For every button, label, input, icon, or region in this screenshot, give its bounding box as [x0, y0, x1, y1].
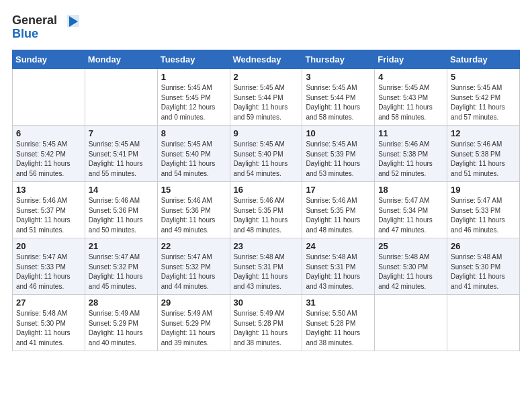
cell-info: Sunrise: 5:46 AMSunset: 5:35 PMDaylight:… — [234, 196, 299, 235]
cell-info: Sunrise: 5:45 AMSunset: 5:42 PMDaylight:… — [451, 83, 516, 122]
calendar-cell — [447, 295, 520, 351]
calendar-table: Sunday Monday Tuesday Wednesday Thursday… — [12, 50, 520, 351]
header-sunday: Sunday — [13, 50, 85, 69]
calendar-cell: 26Sunrise: 5:48 AMSunset: 5:30 PMDayligh… — [447, 238, 520, 295]
logo-text: General Blue — [12, 9, 86, 44]
cell-info: Sunrise: 5:48 AMSunset: 5:31 PMDaylight:… — [306, 253, 371, 291]
cell-info: Sunrise: 5:45 AMSunset: 5:45 PMDaylight:… — [161, 83, 226, 122]
page: General Blue Sunday Monday Tuesday Wedne… — [0, 0, 532, 411]
day-number: 6 — [16, 128, 81, 138]
calendar-cell: 12Sunrise: 5:46 AMSunset: 5:38 PMDayligh… — [447, 126, 520, 182]
cell-info: Sunrise: 5:45 AMSunset: 5:42 PMDaylight:… — [16, 140, 81, 179]
cell-info: Sunrise: 5:45 AMSunset: 5:44 PMDaylight:… — [306, 83, 371, 122]
header: General Blue — [12, 7, 520, 44]
cell-info: Sunrise: 5:47 AMSunset: 5:33 PMDaylight:… — [451, 196, 516, 235]
calendar-week-row: 6Sunrise: 5:45 AMSunset: 5:42 PMDaylight… — [13, 126, 520, 182]
day-number: 8 — [161, 128, 226, 138]
cell-info: Sunrise: 5:45 AMSunset: 5:41 PMDaylight:… — [89, 140, 154, 179]
day-number: 17 — [306, 185, 371, 195]
calendar-week-row: 1Sunrise: 5:45 AMSunset: 5:45 PMDaylight… — [13, 69, 520, 126]
cell-info: Sunrise: 5:45 AMSunset: 5:40 PMDaylight:… — [234, 140, 299, 179]
day-number: 5 — [451, 72, 516, 82]
calendar-cell: 27Sunrise: 5:48 AMSunset: 5:30 PMDayligh… — [13, 295, 85, 351]
day-number: 22 — [161, 241, 226, 251]
cell-info: Sunrise: 5:49 AMSunset: 5:28 PMDaylight:… — [234, 309, 299, 348]
cell-info: Sunrise: 5:46 AMSunset: 5:38 PMDaylight:… — [451, 140, 516, 179]
day-number: 12 — [451, 128, 516, 138]
calendar-cell: 5Sunrise: 5:45 AMSunset: 5:42 PMDaylight… — [447, 69, 520, 126]
day-number: 28 — [89, 298, 154, 308]
calendar-cell: 3Sunrise: 5:45 AMSunset: 5:44 PMDaylight… — [302, 69, 375, 126]
calendar-cell: 28Sunrise: 5:49 AMSunset: 5:29 PMDayligh… — [85, 295, 157, 351]
calendar-cell: 6Sunrise: 5:45 AMSunset: 5:42 PMDaylight… — [13, 126, 85, 182]
header-monday: Monday — [85, 50, 157, 69]
day-number: 2 — [234, 72, 299, 82]
day-number: 3 — [306, 72, 371, 82]
calendar-cell: 15Sunrise: 5:46 AMSunset: 5:36 PMDayligh… — [157, 182, 230, 238]
calendar-cell: 2Sunrise: 5:45 AMSunset: 5:44 PMDaylight… — [230, 69, 302, 126]
calendar-cell — [13, 69, 85, 126]
cell-info: Sunrise: 5:46 AMSunset: 5:37 PMDaylight:… — [16, 196, 81, 235]
cell-info: Sunrise: 5:49 AMSunset: 5:29 PMDaylight:… — [89, 309, 154, 348]
day-number: 23 — [234, 241, 299, 251]
header-saturday: Saturday — [447, 50, 520, 69]
day-number: 10 — [306, 128, 371, 138]
calendar-cell: 1Sunrise: 5:45 AMSunset: 5:45 PMDaylight… — [157, 69, 230, 126]
calendar-cell: 8Sunrise: 5:45 AMSunset: 5:40 PMDaylight… — [157, 126, 230, 182]
cell-info: Sunrise: 5:48 AMSunset: 5:30 PMDaylight:… — [451, 253, 516, 291]
cell-info: Sunrise: 5:48 AMSunset: 5:31 PMDaylight:… — [234, 253, 299, 291]
cell-info: Sunrise: 5:47 AMSunset: 5:33 PMDaylight:… — [16, 253, 81, 291]
svg-text:Blue: Blue — [12, 27, 38, 40]
day-number: 24 — [306, 241, 371, 251]
calendar-cell: 9Sunrise: 5:45 AMSunset: 5:40 PMDaylight… — [230, 126, 302, 182]
calendar-cell: 10Sunrise: 5:45 AMSunset: 5:39 PMDayligh… — [302, 126, 375, 182]
day-number: 16 — [234, 185, 299, 195]
day-number: 20 — [16, 241, 81, 251]
cell-info: Sunrise: 5:48 AMSunset: 5:30 PMDaylight:… — [16, 309, 81, 348]
day-number: 31 — [306, 298, 371, 308]
cell-info: Sunrise: 5:47 AMSunset: 5:32 PMDaylight:… — [89, 253, 154, 291]
calendar-cell: 29Sunrise: 5:49 AMSunset: 5:29 PMDayligh… — [157, 295, 230, 351]
day-number: 25 — [378, 241, 443, 251]
cell-info: Sunrise: 5:48 AMSunset: 5:30 PMDaylight:… — [378, 253, 443, 291]
header-wednesday: Wednesday — [230, 50, 302, 69]
day-number: 13 — [16, 185, 81, 195]
calendar-cell: 14Sunrise: 5:46 AMSunset: 5:36 PMDayligh… — [85, 182, 157, 238]
cell-info: Sunrise: 5:47 AMSunset: 5:34 PMDaylight:… — [378, 196, 443, 235]
cell-info: Sunrise: 5:46 AMSunset: 5:36 PMDaylight:… — [89, 196, 154, 235]
day-number: 19 — [451, 185, 516, 195]
calendar-cell: 21Sunrise: 5:47 AMSunset: 5:32 PMDayligh… — [85, 238, 157, 295]
cell-info: Sunrise: 5:45 AMSunset: 5:40 PMDaylight:… — [161, 140, 226, 179]
calendar-cell: 19Sunrise: 5:47 AMSunset: 5:33 PMDayligh… — [447, 182, 520, 238]
calendar-cell: 24Sunrise: 5:48 AMSunset: 5:31 PMDayligh… — [302, 238, 375, 295]
day-number: 30 — [234, 298, 299, 308]
calendar-cell: 20Sunrise: 5:47 AMSunset: 5:33 PMDayligh… — [13, 238, 85, 295]
calendar-cell: 23Sunrise: 5:48 AMSunset: 5:31 PMDayligh… — [230, 238, 302, 295]
day-number: 11 — [378, 128, 443, 138]
cell-info: Sunrise: 5:46 AMSunset: 5:35 PMDaylight:… — [306, 196, 371, 235]
header-thursday: Thursday — [302, 50, 375, 69]
day-number: 26 — [451, 241, 516, 251]
day-number: 7 — [89, 128, 154, 138]
calendar-cell: 7Sunrise: 5:45 AMSunset: 5:41 PMDaylight… — [85, 126, 157, 182]
day-number: 21 — [89, 241, 154, 251]
calendar-cell: 16Sunrise: 5:46 AMSunset: 5:35 PMDayligh… — [230, 182, 302, 238]
calendar-cell: 30Sunrise: 5:49 AMSunset: 5:28 PMDayligh… — [230, 295, 302, 351]
header-friday: Friday — [375, 50, 447, 69]
calendar-week-row: 27Sunrise: 5:48 AMSunset: 5:30 PMDayligh… — [13, 295, 520, 351]
cell-info: Sunrise: 5:47 AMSunset: 5:32 PMDaylight:… — [161, 253, 226, 291]
day-number: 27 — [16, 298, 81, 308]
cell-info: Sunrise: 5:45 AMSunset: 5:44 PMDaylight:… — [234, 83, 299, 122]
day-number: 29 — [161, 298, 226, 308]
calendar-cell: 13Sunrise: 5:46 AMSunset: 5:37 PMDayligh… — [13, 182, 85, 238]
logo: General Blue — [12, 9, 86, 44]
weekday-header-row: Sunday Monday Tuesday Wednesday Thursday… — [13, 50, 520, 69]
day-number: 14 — [89, 185, 154, 195]
cell-info: Sunrise: 5:50 AMSunset: 5:28 PMDaylight:… — [306, 309, 371, 348]
day-number: 4 — [378, 72, 443, 82]
svg-text:General: General — [12, 13, 57, 27]
calendar-cell: 4Sunrise: 5:45 AMSunset: 5:43 PMDaylight… — [375, 69, 447, 126]
day-number: 15 — [161, 185, 226, 195]
calendar-week-row: 13Sunrise: 5:46 AMSunset: 5:37 PMDayligh… — [13, 182, 520, 238]
cell-info: Sunrise: 5:45 AMSunset: 5:43 PMDaylight:… — [378, 83, 443, 122]
